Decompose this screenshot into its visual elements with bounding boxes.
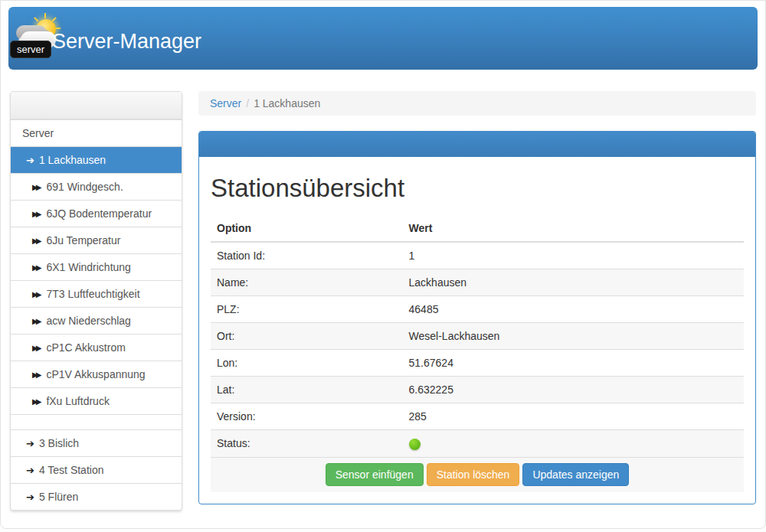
sidebar-item-label: 3 Bislich	[39, 437, 79, 449]
right-arrow-icon: ➔	[26, 438, 34, 449]
station-delete-button[interactable]: Station löschen	[427, 463, 520, 486]
table-row: Status:	[211, 430, 744, 458]
value-text: 46485	[409, 303, 439, 315]
sidebar-item-7t3-luftfeuchtigkeit[interactable]: ▶▶7T3 Luftfeuchtigkeit	[11, 280, 182, 307]
value-text: 6.632225	[409, 383, 453, 396]
table-row: Ort: Wesel-Lackhausen	[211, 323, 744, 350]
option-cell: Name:	[211, 269, 403, 296]
sidebar-item-5-flueren[interactable]: ➔5 Flüren	[11, 483, 182, 510]
fast-forward-icon: ▶▶	[32, 317, 39, 325]
station-table: Option Wert Station Id: 1	[211, 215, 744, 492]
value-text: Wesel-Lackhausen	[409, 330, 500, 342]
option-cell: PLZ:	[211, 296, 403, 323]
sidebar-item-6x1-windrichtung[interactable]: ▶▶6X1 Windrichtung	[11, 253, 182, 280]
table-row: Version: 285	[211, 403, 744, 430]
sidebar-item-cp1v-akkuspannung[interactable]: ▶▶cP1V Akkuspannung	[11, 361, 182, 387]
table-row: Lon: 51.67624	[211, 350, 744, 377]
option-cell: Lon:	[211, 350, 403, 377]
sidebar-item-label: 6X1 Windrichtung	[46, 261, 131, 273]
sidebar-item-3-bislich[interactable]: ➔3 Bislich	[11, 429, 182, 456]
value-cell	[403, 430, 744, 458]
server-badge: server	[10, 41, 51, 58]
table-row: Name: Lackhausen	[211, 269, 744, 296]
breadcrumb-link-server[interactable]: Server	[210, 97, 241, 109]
page-container: server Server-Manager Server ➔1 Lackhaus…	[0, 0, 766, 529]
sidebar-item-6ju-temperatur[interactable]: ▶▶6Ju Temperatur	[11, 227, 182, 253]
sidebar-spacer[interactable]	[11, 414, 182, 429]
sidebar-item-cp1c-akkustrom[interactable]: ▶▶cP1C Akkustrom	[11, 334, 182, 361]
sidebar-item-1-lackhausen[interactable]: ➔1 Lackhausen	[11, 146, 182, 173]
sidebar: Server ➔1 Lackhausen ▶▶691 Windgesch. ▶▶…	[10, 91, 182, 511]
sidebar-nav-list: Server ➔1 Lackhausen ▶▶691 Windgesch. ▶▶…	[11, 119, 182, 510]
fast-forward-icon: ▶▶	[32, 237, 39, 245]
value-cell: 46485	[403, 296, 744, 323]
page-title: Stationsübersicht	[211, 174, 744, 203]
sidebar-panel: Server ➔1 Lackhausen ▶▶691 Windgesch. ▶▶…	[10, 91, 182, 511]
right-arrow-icon: ➔	[26, 155, 34, 166]
sidebar-item-4-test-station[interactable]: ➔4 Test Station	[11, 456, 182, 483]
status-green-dot	[409, 439, 421, 450]
main-area: Server/1 Lackhausen Stationsübersicht Op…	[198, 91, 756, 511]
value-cell: 285	[403, 403, 744, 430]
value-text: Lackhausen	[409, 276, 467, 289]
sidebar-item-label: 6Ju Temperatur	[46, 234, 120, 246]
breadcrumb-current: 1 Lackhausen	[254, 97, 320, 109]
option-cell: Status:	[211, 430, 403, 458]
column-header-wert: Wert	[403, 215, 744, 242]
option-cell: Ort:	[211, 323, 403, 350]
value-cell: 6.632225	[403, 377, 744, 403]
sidebar-item-fxu-luftdruck[interactable]: ▶▶fXu Luftdruck	[11, 387, 182, 414]
sidebar-item-6jq-bodentemperatur[interactable]: ▶▶6JQ Bodentemperatur	[11, 200, 182, 227]
sidebar-header-bar	[11, 92, 182, 119]
breadcrumb-separator: /	[241, 97, 254, 109]
right-arrow-icon: ➔	[26, 491, 34, 503]
sidebar-item-label: acw Niederschlag	[46, 315, 131, 327]
fast-forward-icon: ▶▶	[32, 370, 39, 379]
sidebar-item-label: 7T3 Luftfeuchtigkeit	[46, 288, 139, 300]
value-text: 1	[409, 250, 415, 262]
table-row: PLZ: 46485	[211, 296, 744, 323]
app-title: Server-Manager	[52, 30, 201, 54]
sidebar-item-server[interactable]: Server	[11, 119, 182, 146]
value-cell: 1	[403, 242, 744, 269]
fast-forward-icon: ▶▶	[32, 183, 39, 191]
table-row: Station Id: 1	[211, 242, 744, 269]
app-header: server Server-Manager	[8, 7, 758, 70]
sensor-insert-button[interactable]: Sensor einfügen	[326, 463, 424, 486]
option-cell: Station Id:	[211, 242, 403, 269]
breadcrumb: Server/1 Lackhausen	[198, 91, 756, 116]
value-text: 51.67624	[409, 357, 453, 369]
value-cell: Lackhausen	[403, 269, 744, 296]
sidebar-item-label: 1 Lackhausen	[39, 154, 106, 166]
sidebar-item-label: 6JQ Bodentemperatur	[46, 207, 152, 220]
sidebar-item-label: 5 Flüren	[39, 491, 78, 503]
sidebar-item-691-windgesch[interactable]: ▶▶691 Windgesch.	[11, 173, 182, 200]
value-text: 285	[409, 410, 427, 423]
panel-header-bar	[199, 132, 755, 157]
sidebar-item-label: Server	[22, 127, 54, 139]
action-buttons-cell: Sensor einfügenStation löschenUpdates an…	[211, 457, 744, 492]
table-header-row: Option Wert	[211, 215, 744, 242]
sidebar-item-label: 4 Test Station	[39, 464, 104, 476]
panel-body: Stationsübersicht Option Wert	[199, 157, 755, 504]
content-row: Server ➔1 Lackhausen ▶▶691 Windgesch. ▶▶…	[8, 91, 758, 511]
fast-forward-icon: ▶▶	[32, 344, 39, 352]
option-cell: Lat:	[211, 377, 403, 403]
sidebar-item-acw-niederschlag[interactable]: ▶▶acw Niederschlag	[11, 307, 182, 334]
sidebar-item-label: cP1V Akkuspannung	[46, 368, 145, 380]
fast-forward-icon: ▶▶	[32, 263, 39, 272]
fast-forward-icon: ▶▶	[32, 210, 39, 218]
sidebar-item-label: 691 Windgesch.	[46, 181, 123, 193]
updates-show-button[interactable]: Updates anzeigen	[522, 463, 629, 486]
fast-forward-icon: ▶▶	[32, 290, 39, 299]
fast-forward-icon: ▶▶	[32, 397, 39, 406]
value-cell: Wesel-Lackhausen	[403, 323, 744, 350]
table-footer-row: Sensor einfügenStation löschenUpdates an…	[211, 457, 744, 492]
right-arrow-icon: ➔	[26, 465, 34, 476]
option-cell: Version:	[211, 403, 403, 430]
station-panel: Stationsübersicht Option Wert	[198, 131, 756, 504]
sidebar-item-label: fXu Luftdruck	[46, 395, 110, 407]
sidebar-item-label: cP1C Akkustrom	[46, 341, 125, 354]
column-header-option: Option	[211, 215, 403, 242]
table-row: Lat: 6.632225	[211, 377, 744, 403]
